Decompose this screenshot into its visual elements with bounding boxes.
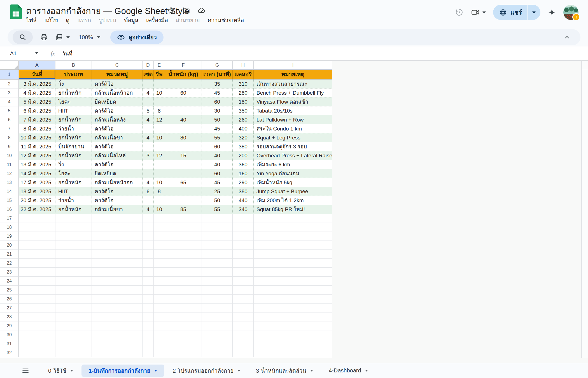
cell-E28[interactable]: [154, 312, 165, 321]
cell-F32[interactable]: [165, 348, 202, 357]
cell-B24[interactable]: [55, 277, 92, 286]
sheets-logo[interactable]: [10, 4, 22, 20]
cell-H14[interactable]: 380: [233, 187, 254, 196]
cell-A32[interactable]: [19, 348, 55, 357]
row-header-4[interactable]: 4: [0, 97, 19, 106]
cell-E25[interactable]: [154, 286, 165, 295]
sheet-tab[interactable]: 3-น้ำหนักและสัดส่วน: [249, 365, 320, 377]
cell-H11[interactable]: 360: [233, 160, 254, 169]
name-box-dropdown-icon[interactable]: [35, 52, 38, 55]
cell-D24[interactable]: [143, 277, 154, 286]
cell-F21[interactable]: [165, 250, 202, 259]
cell-D5[interactable]: 5: [143, 106, 154, 115]
cell-I28[interactable]: [254, 312, 332, 321]
menu-item[interactable]: แก้ไข: [40, 16, 62, 25]
vertical-scrollbar[interactable]: [581, 61, 588, 358]
cell-G22[interactable]: [202, 259, 233, 268]
cell-I15[interactable]: เพิ่ม 200m ได้ 1.2km: [254, 196, 332, 205]
cell-H18[interactable]: [233, 223, 254, 232]
header-cell-D1[interactable]: เซต: [143, 70, 154, 80]
cell-I2[interactable]: เส้นทางสวนสาธารณะ: [254, 80, 332, 88]
row-header-18[interactable]: 18: [0, 223, 19, 232]
cell-F19[interactable]: [165, 232, 202, 241]
move-folder-icon[interactable]: [182, 6, 190, 14]
cell-F17[interactable]: [165, 214, 202, 223]
cell-G8[interactable]: 55: [202, 133, 233, 142]
cell-D32[interactable]: [143, 348, 154, 357]
cell-F8[interactable]: 80: [165, 133, 202, 142]
header-cell-A1[interactable]: วันที่: [19, 70, 55, 80]
cell-A7[interactable]: 8 มี.ค. 2025: [19, 124, 55, 133]
cell-D22[interactable]: [143, 259, 154, 268]
cell-A14[interactable]: 18 มี.ค. 2025: [19, 187, 55, 196]
cell-I7[interactable]: สระใน Condo 1 km: [254, 124, 332, 133]
cell-H23[interactable]: [233, 268, 254, 277]
cell-G7[interactable]: 45: [202, 124, 233, 133]
cell-B14[interactable]: HIIT: [55, 187, 92, 196]
cell-I6[interactable]: Lat Pulldown + Row: [254, 115, 332, 124]
cell-E6[interactable]: 12: [154, 115, 165, 124]
column-header-B[interactable]: B: [55, 61, 92, 70]
row-header-28[interactable]: 28: [0, 312, 19, 321]
cell-F27[interactable]: [165, 304, 202, 312]
cell-C31[interactable]: [92, 339, 143, 348]
row-header-8[interactable]: 8: [0, 133, 19, 142]
cell-I32[interactable]: [254, 348, 332, 357]
cell-G13[interactable]: 45: [202, 178, 233, 187]
cell-F9[interactable]: [165, 142, 202, 151]
cell-G10[interactable]: 40: [202, 151, 233, 160]
cell-B19[interactable]: [55, 232, 92, 241]
cell-I25[interactable]: [254, 286, 332, 295]
row-header-20[interactable]: 20: [0, 241, 19, 250]
cell-F15[interactable]: [165, 196, 202, 205]
cell-I10[interactable]: Overhead Press + Lateral Raise: [254, 151, 332, 160]
cell-B11[interactable]: วิ่ง: [55, 160, 92, 169]
cell-G19[interactable]: [202, 232, 233, 241]
formula-input[interactable]: วันที่: [62, 49, 72, 58]
cell-B5[interactable]: HIIT: [55, 106, 92, 115]
cell-G3[interactable]: 45: [202, 88, 233, 97]
cell-E8[interactable]: 10: [154, 133, 165, 142]
cell-B28[interactable]: [55, 312, 92, 321]
cell-D28[interactable]: [143, 312, 154, 321]
cell-A4[interactable]: 5 มี.ค. 2025: [19, 97, 55, 106]
cell-D11[interactable]: [143, 160, 154, 169]
cell-A27[interactable]: [19, 304, 55, 312]
cell-I5[interactable]: Tabata 20s/10s: [254, 106, 332, 115]
cell-C9[interactable]: คาร์ดิโอ: [92, 142, 143, 151]
cell-D12[interactable]: [143, 169, 154, 178]
cell-H8[interactable]: 320: [233, 133, 254, 142]
header-cell-C1[interactable]: หมวดหมู่: [92, 70, 143, 80]
cell-B12[interactable]: โยคะ: [55, 169, 92, 178]
cell-C23[interactable]: [92, 268, 143, 277]
sheet-tab[interactable]: 2-โปรแกรมออกกำลังกาย: [165, 365, 248, 377]
cell-G20[interactable]: [202, 241, 233, 250]
cell-H29[interactable]: [233, 321, 254, 330]
cell-C22[interactable]: [92, 259, 143, 268]
cell-A5[interactable]: 6 มี.ค. 2025: [19, 106, 55, 115]
cell-H19[interactable]: [233, 232, 254, 241]
cell-C25[interactable]: [92, 286, 143, 295]
cell-G21[interactable]: [202, 250, 233, 259]
cell-F22[interactable]: [165, 259, 202, 268]
cell-H27[interactable]: [233, 304, 254, 312]
cell-D2[interactable]: [143, 80, 154, 88]
cell-D27[interactable]: [143, 304, 154, 312]
cell-I20[interactable]: [254, 241, 332, 250]
cell-I22[interactable]: [254, 259, 332, 268]
cell-B32[interactable]: [55, 348, 92, 357]
column-header-G[interactable]: G: [202, 61, 233, 70]
cell-H20[interactable]: [233, 241, 254, 250]
cell-B2[interactable]: วิ่ง: [55, 80, 92, 88]
cell-G12[interactable]: 60: [202, 169, 233, 178]
row-header-25[interactable]: 25: [0, 286, 19, 295]
cell-G5[interactable]: 30: [202, 106, 233, 115]
cell-I26[interactable]: [254, 295, 332, 304]
menu-item[interactable]: ไฟล์: [22, 16, 40, 25]
cell-D18[interactable]: [143, 223, 154, 232]
cell-G26[interactable]: [202, 295, 233, 304]
cell-H13[interactable]: 290: [233, 178, 254, 187]
cell-B3[interactable]: ยกน้ำหนัก: [55, 88, 92, 97]
header-cell-H1[interactable]: แคลอรี่: [233, 70, 254, 80]
column-header-F[interactable]: F: [165, 61, 202, 70]
